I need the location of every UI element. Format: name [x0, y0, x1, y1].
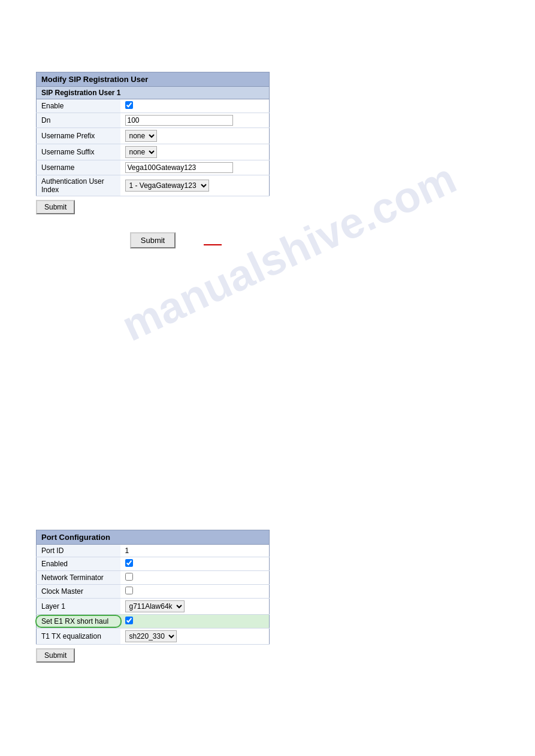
field-value-username — [120, 160, 270, 175]
field-label-port-id: Port ID — [37, 545, 120, 557]
field-label-clock-master: Clock Master — [37, 585, 120, 599]
table-row: Enable — [37, 99, 270, 113]
field-label-layer1: Layer 1 — [37, 599, 120, 615]
field-label-network-terminator: Network Terminator — [37, 571, 120, 585]
field-label-username-prefix: Username Prefix — [37, 128, 120, 144]
username-suffix-select[interactable]: none — [125, 146, 157, 158]
table-row-e1-rx: Set E1 RX short haul — [37, 615, 270, 629]
field-value-enabled — [120, 557, 270, 571]
table-row: Layer 1 g711Alaw64k — [37, 599, 270, 615]
sip-registration-section: Modify SIP Registration User SIP Registr… — [36, 72, 270, 214]
field-value-layer1: g711Alaw64k — [120, 599, 270, 615]
port-submit-button[interactable]: Submit — [36, 648, 75, 663]
sip-submit-button[interactable]: Submit — [36, 200, 75, 214]
field-label-username-suffix: Username Suffix — [37, 144, 120, 160]
field-value-clock-master — [120, 585, 270, 599]
e1-rx-checkbox[interactable] — [125, 617, 133, 624]
field-label-enable: Enable — [37, 99, 120, 113]
port-configuration-section: Port Configuration Port ID 1 Enabled Net — [36, 530, 270, 663]
enabled-checkbox[interactable] — [125, 559, 133, 567]
field-label-enabled: Enabled — [37, 557, 120, 571]
table-row: Clock Master — [37, 585, 270, 599]
table-row: Username Suffix none — [37, 144, 270, 160]
field-label-auth-user-index: Authentication User Index — [37, 175, 120, 196]
field-value-auth-user-index: 1 - VegaGateway123 — [120, 175, 270, 196]
spacer — [36, 260, 499, 530]
sip-sub-header: SIP Registration User 1 — [36, 87, 270, 99]
table-row: Network Terminator — [37, 571, 270, 585]
table-row: Dn — [37, 113, 270, 128]
field-value-username-suffix: none — [120, 144, 270, 160]
sip-section-header: Modify SIP Registration User — [36, 72, 270, 87]
table-row: Port ID 1 — [37, 545, 270, 557]
field-label-e1-rx: Set E1 RX short haul — [37, 615, 120, 629]
auth-user-index-select[interactable]: 1 - VegaGateway123 — [125, 180, 209, 192]
red-line-decoration — [204, 244, 222, 245]
field-label-username: Username — [37, 160, 120, 175]
center-submit-button[interactable]: Submit — [130, 232, 176, 248]
dn-input[interactable] — [125, 115, 233, 126]
field-value-e1-rx — [120, 615, 270, 629]
table-row: Username — [37, 160, 270, 175]
port-form-table: Port ID 1 Enabled Network Terminator — [36, 545, 270, 645]
field-value-network-terminator — [120, 571, 270, 585]
table-row: T1 TX equalization sh220_330 — [37, 629, 270, 645]
network-terminator-checkbox[interactable] — [125, 573, 133, 581]
field-value-dn — [120, 113, 270, 128]
username-prefix-select[interactable]: none — [125, 130, 157, 142]
port-section-header: Port Configuration — [36, 530, 270, 545]
field-value-t1-tx: sh220_330 — [120, 629, 270, 645]
clock-master-checkbox[interactable] — [125, 587, 133, 594]
field-value-username-prefix: none — [120, 128, 270, 144]
center-submit-area: Submit — [36, 232, 270, 248]
layer1-select[interactable]: g711Alaw64k — [125, 600, 185, 612]
field-value-port-id: 1 — [120, 545, 270, 557]
field-label-t1-tx: T1 TX equalization — [37, 629, 120, 645]
field-label-dn: Dn — [37, 113, 120, 128]
table-row: Authentication User Index 1 - VegaGatewa… — [37, 175, 270, 196]
field-value-enable — [120, 99, 270, 113]
t1-tx-select[interactable]: sh220_330 — [125, 630, 177, 642]
enable-checkbox[interactable] — [125, 101, 133, 109]
table-row: Enabled — [37, 557, 270, 571]
table-row: Username Prefix none — [37, 128, 270, 144]
username-input[interactable] — [125, 162, 233, 173]
sip-form-table: Enable Dn Username Prefix — [36, 99, 270, 196]
